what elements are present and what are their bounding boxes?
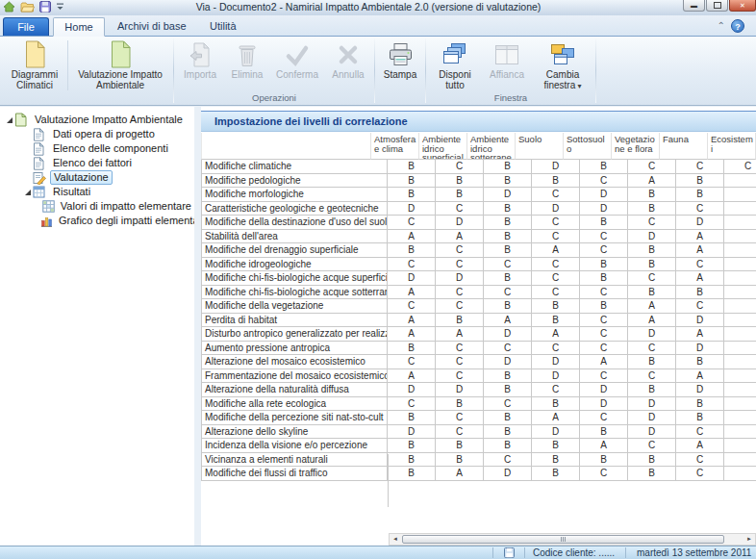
minimize-button[interactable]: ▬ [683,0,705,12]
grid-cell[interactable]: B [580,299,628,314]
grid-cell[interactable] [724,439,756,453]
grid-cell[interactable]: C [532,271,580,286]
grid-cell[interactable]: C [436,411,484,425]
grid-cell[interactable]: D [580,202,628,216]
grid-cell[interactable]: B [484,411,532,425]
grid-cell[interactable]: B [676,286,724,300]
grid-cell[interactable]: C [580,174,628,189]
grid-cell[interactable]: B [628,258,676,272]
grid-cell[interactable] [724,174,756,189]
elimina-button[interactable]: Elimina [224,38,270,90]
tree-item-grafico-degli-impatti-elementari[interactable]: Grafico degli impatti elementari [0,214,194,228]
tree-item-valutazione-impatto-ambientale[interactable]: Valutazione Impatto Ambientale [0,113,194,127]
grid-cell[interactable]: D [388,425,436,440]
grid-cell[interactable] [724,271,756,286]
grid-cell[interactable]: B [436,439,484,453]
grid-cell[interactable]: B [388,439,436,453]
grid-cell[interactable] [724,355,756,369]
grid-cell[interactable]: D [628,425,676,440]
grid-cell[interactable]: B [628,467,676,481]
save-icon[interactable] [39,1,51,13]
grid-cell[interactable]: B [628,188,676,202]
open-folder-icon[interactable] [20,2,35,13]
grid-cell[interactable]: A [532,327,580,342]
grid-cell[interactable]: B [628,243,676,258]
grid-cell[interactable]: C [436,258,484,272]
grid-cell[interactable]: B [388,243,436,258]
grid-cell[interactable]: B [484,369,532,384]
grid-cell[interactable] [724,216,756,230]
cambia-finestra-button[interactable]: Cambia finestra ▾ [532,38,593,90]
grid-cell[interactable]: D [484,327,532,342]
grid-cell[interactable]: A [628,174,676,189]
grid-cell[interactable]: C [388,216,436,230]
grid-cell[interactable]: B [484,202,532,216]
grid-cell[interactable]: C [436,202,484,216]
stampa-button[interactable]: Stampa [377,38,423,90]
grid-cell[interactable]: D [436,383,484,397]
grid-cell[interactable] [724,299,756,314]
grid-cell[interactable]: D [676,342,724,356]
grid-cell[interactable]: B [580,160,628,174]
grid-cell[interactable]: C [580,230,628,244]
grid-cell[interactable]: B [532,439,580,453]
grid-cell[interactable] [724,411,756,425]
grid-cell[interactable]: C [388,397,436,412]
grid-cell[interactable]: D [628,327,676,342]
affianca-button[interactable]: Affianca [482,38,532,90]
close-button[interactable]: ✕ [729,0,756,12]
grid-cell[interactable]: C [628,342,676,356]
grid-cell[interactable]: C [388,258,436,272]
grid-cell[interactable]: C [436,286,484,300]
grid-cell[interactable]: C [484,453,532,468]
scrollbar-thumb[interactable] [402,535,724,544]
grid-cell[interactable] [724,188,756,202]
grid-cell[interactable]: B [388,453,436,468]
conferma-button[interactable]: Conferma [270,38,324,90]
grid-cell[interactable]: C [628,271,676,286]
tab-archivi-di-base[interactable]: Archivi di base [108,17,196,36]
grid-cell[interactable]: B [388,467,436,481]
grid-cell[interactable]: C [580,314,628,328]
valutazione-impatto-ambientale-button[interactable]: Valutazione Impatto Ambientale [69,38,171,90]
tab-file[interactable]: File [3,17,49,36]
grid-cell[interactable]: D [532,425,580,440]
grid-cell[interactable]: A [388,314,436,328]
grid-cell[interactable]: B [676,174,724,189]
grid-cell[interactable]: B [388,342,436,356]
grid-cell[interactable]: B [532,467,580,481]
grid-cell[interactable]: B [436,453,484,468]
grid-cell[interactable]: C [676,160,724,174]
grid-cell[interactable]: D [532,202,580,216]
grid-cell[interactable]: C [388,355,436,369]
grid-cell[interactable] [724,425,756,440]
grid-cell[interactable]: C [436,369,484,384]
grid-cell[interactable]: B [628,355,676,369]
grid-cell[interactable]: D [436,216,484,230]
grid-cell[interactable]: D [628,411,676,425]
grid-cell[interactable]: D [676,314,724,328]
grid-cell[interactable]: C [676,425,724,440]
grid-cell[interactable]: D [628,397,676,412]
grid-cell[interactable]: B [484,271,532,286]
grid-cell[interactable]: B [484,425,532,440]
grid-cell[interactable]: C [676,258,724,272]
tree-item-valutazione[interactable]: Valutazione [0,170,194,185]
grid-cell[interactable] [724,202,756,216]
grid-cell[interactable]: C [580,327,628,342]
grid-cell[interactable]: A [676,230,724,244]
diagrammi-climatici-button[interactable]: Diagrammi Climatici [3,38,66,90]
grid-cell[interactable]: C [580,243,628,258]
grid-cell[interactable]: B [436,188,484,202]
grid-cell[interactable]: C [676,202,724,216]
grid-cell[interactable]: C [532,230,580,244]
grid-cell[interactable]: A [628,299,676,314]
grid-cell[interactable] [724,383,756,397]
grid-cell[interactable]: A [436,230,484,244]
grid-cell[interactable]: D [580,383,628,397]
grid-cell[interactable]: D [388,202,436,216]
grid-cell[interactable]: C [532,216,580,230]
grid-cell[interactable]: C [676,299,724,314]
grid-cell[interactable]: B [580,453,628,468]
grid-cell[interactable]: A [676,271,724,286]
